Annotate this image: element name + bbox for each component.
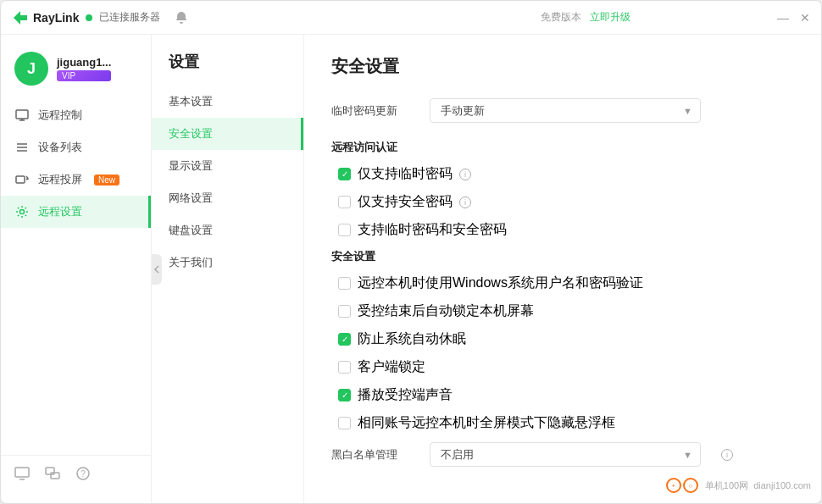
main-area: J jiguang1... VIP 远程控制 设备列表 xyxy=(1,35,821,503)
branding-site: 单机100网 xyxy=(705,479,748,492)
settings-nav-basic[interactable]: 基本设置 xyxy=(152,86,303,118)
settings-nav-keyboard[interactable]: 键盘设置 xyxy=(152,214,303,246)
checkbox-play-sound[interactable] xyxy=(338,389,351,402)
gear-icon xyxy=(14,204,30,219)
checkbox-row-lock-on-end: 受控结束后自动锁定本机屏幕 xyxy=(331,302,794,320)
version-info: 免费版本 立即升级 xyxy=(394,10,777,25)
branding: + ○ 单机100网 dianji100.com xyxy=(666,476,811,495)
cast-icon xyxy=(14,172,30,187)
svg-rect-8 xyxy=(46,468,54,474)
checkbox-hide-float[interactable] xyxy=(338,417,351,429)
checkbox-label-windows-auth: 远控本机时使用Windows系统用户名和密码验证 xyxy=(358,274,643,292)
user-details: jiguang1... VIP xyxy=(57,56,111,81)
settings-nav-network[interactable]: 网络设置 xyxy=(152,182,303,214)
sidebar: J jiguang1... VIP 远程控制 设备列表 xyxy=(1,35,152,503)
new-badge: New xyxy=(94,174,119,186)
blacklist-label: 黑白名单管理 xyxy=(331,447,416,462)
access-auth-section-title: 远程访问认证 xyxy=(331,140,794,155)
checkbox-label-lock-on-end: 受控结束后自动锁定本机屏幕 xyxy=(358,302,534,320)
checkbox-prevent-sleep[interactable] xyxy=(338,333,351,346)
monitor-two-icon[interactable] xyxy=(45,466,62,483)
branding-circle-right: ○ xyxy=(683,478,698,493)
list-icon xyxy=(14,140,30,155)
content-area: 设置 基本设置 安全设置 显示设置 网络设置 键盘设置 关于我们 安全设置 临时… xyxy=(152,35,821,503)
settings-nav-about[interactable]: 关于我们 xyxy=(152,246,303,279)
checkbox-label-temp-only: 仅支持临时密码 xyxy=(358,165,453,183)
blacklist-select-wrapper: 不启用 白名单 黑名单 ▼ xyxy=(430,442,701,467)
password-update-label: 临时密码更新 xyxy=(331,103,416,119)
checkbox-label-prevent-sleep: 防止系统自动休眠 xyxy=(358,330,466,348)
checkbox-label-client-lock: 客户端锁定 xyxy=(358,358,425,376)
checkbox-secure-only[interactable] xyxy=(338,196,351,208)
checkbox-temp-only[interactable] xyxy=(338,168,351,180)
connection-status-text: 已连接服务器 xyxy=(99,10,160,25)
info-icon-blacklist[interactable]: i xyxy=(721,449,733,461)
sidebar-item-remote-projection[interactable]: 远程投屏 New xyxy=(1,163,151,196)
sidebar-bottom: ? xyxy=(1,455,151,493)
title-bar: RayLink 已连接服务器 免费版本 立即升级 — ✕ xyxy=(1,1,821,35)
svg-point-6 xyxy=(20,210,25,214)
connection-status-dot xyxy=(86,14,92,21)
checkbox-label-secure-only: 仅支持安全密码 xyxy=(358,193,453,211)
svg-rect-5 xyxy=(16,176,25,183)
sidebar-item-label-remote-control: 远程控制 xyxy=(38,108,82,123)
sidebar-collapse-handle[interactable] xyxy=(152,254,162,285)
logo-text: RayLink xyxy=(33,11,79,25)
password-update-select-wrapper: 手动更新 每次使用后更新 定时更新 ▼ xyxy=(430,98,701,123)
circle-question-icon[interactable]: ? xyxy=(75,466,92,483)
logo: RayLink xyxy=(11,8,79,27)
vip-badge: VIP xyxy=(57,70,111,81)
checkbox-row-prevent-sleep: 防止系统自动休眠 xyxy=(331,330,794,348)
settings-nav-title: 设置 xyxy=(152,52,303,86)
info-icon-secure-only[interactable]: i xyxy=(459,197,471,208)
checkbox-row-client-lock: 客户端锁定 xyxy=(331,358,794,376)
settings-nav-display[interactable]: 显示设置 xyxy=(152,150,303,182)
settings-content: 安全设置 临时密码更新 手动更新 每次使用后更新 定时更新 ▼ xyxy=(304,35,821,503)
monitor-small-icon[interactable] xyxy=(14,466,31,483)
checkbox-label-both: 支持临时密码和安全密码 xyxy=(358,221,507,239)
sidebar-item-remote-control[interactable]: 远程控制 xyxy=(1,99,151,131)
checkbox-row-temp-only: 仅支持临时密码 i xyxy=(331,165,794,183)
info-icon-temp-only[interactable]: i xyxy=(459,169,471,180)
sidebar-item-remote-settings[interactable]: 远程设置 xyxy=(1,196,151,228)
svg-rect-7 xyxy=(15,468,29,477)
title-bar-left: RayLink 已连接服务器 xyxy=(11,8,394,27)
window-controls: — ✕ xyxy=(777,12,811,24)
branding-circle-left: + xyxy=(666,478,681,493)
security-section-title: 安全设置 xyxy=(331,249,794,264)
settings-nav-security[interactable]: 安全设置 xyxy=(152,118,303,150)
checkbox-both[interactable] xyxy=(338,224,351,236)
settings-nav: 设置 基本设置 安全设置 显示设置 网络设置 键盘设置 关于我们 xyxy=(152,35,304,503)
checkbox-windows-auth[interactable] xyxy=(338,277,351,290)
sidebar-item-device-list[interactable]: 设备列表 xyxy=(1,131,151,163)
checkbox-row-windows-auth: 远控本机时使用Windows系统用户名和密码验证 xyxy=(331,274,794,292)
sidebar-item-label-remote-projection: 远程投屏 xyxy=(38,172,82,187)
minimize-button[interactable]: — xyxy=(777,12,789,24)
checkbox-row-hide-float: 相同账号远控本机时全屏模式下隐藏悬浮框 xyxy=(331,414,794,432)
branding-url: dianji100.com xyxy=(753,480,811,490)
close-button[interactable]: ✕ xyxy=(799,12,811,24)
password-update-select[interactable]: 手动更新 每次使用后更新 定时更新 xyxy=(430,98,701,123)
svg-marker-0 xyxy=(14,11,27,25)
avatar: J xyxy=(14,52,48,86)
blacklist-row: 黑白名单管理 不启用 白名单 黑名单 ▼ i xyxy=(331,442,794,467)
upgrade-link[interactable]: 立即升级 xyxy=(590,11,630,23)
checkbox-lock-on-end[interactable] xyxy=(338,305,351,318)
sidebar-item-label-remote-settings: 远程设置 xyxy=(38,204,82,219)
raylink-logo-icon xyxy=(11,8,30,27)
checkbox-client-lock[interactable] xyxy=(338,361,351,374)
branding-logo: + ○ xyxy=(666,476,700,495)
svg-rect-1 xyxy=(16,110,28,119)
settings-page-title: 安全设置 xyxy=(331,55,794,78)
bell-icon[interactable] xyxy=(174,10,189,25)
password-update-row: 临时密码更新 手动更新 每次使用后更新 定时更新 ▼ xyxy=(331,98,794,123)
svg-rect-9 xyxy=(51,473,59,479)
checkbox-row-both: 支持临时密码和安全密码 xyxy=(331,221,794,239)
user-info: J jiguang1... VIP xyxy=(1,45,151,99)
blacklist-select[interactable]: 不启用 白名单 黑名单 xyxy=(430,442,701,467)
username: jiguang1... xyxy=(57,56,111,69)
svg-text:?: ? xyxy=(81,469,86,479)
checkbox-row-play-sound: 播放受控端声音 xyxy=(331,386,794,404)
monitor-icon xyxy=(14,108,30,123)
checkbox-label-hide-float: 相同账号远控本机时全屏模式下隐藏悬浮框 xyxy=(358,414,615,432)
